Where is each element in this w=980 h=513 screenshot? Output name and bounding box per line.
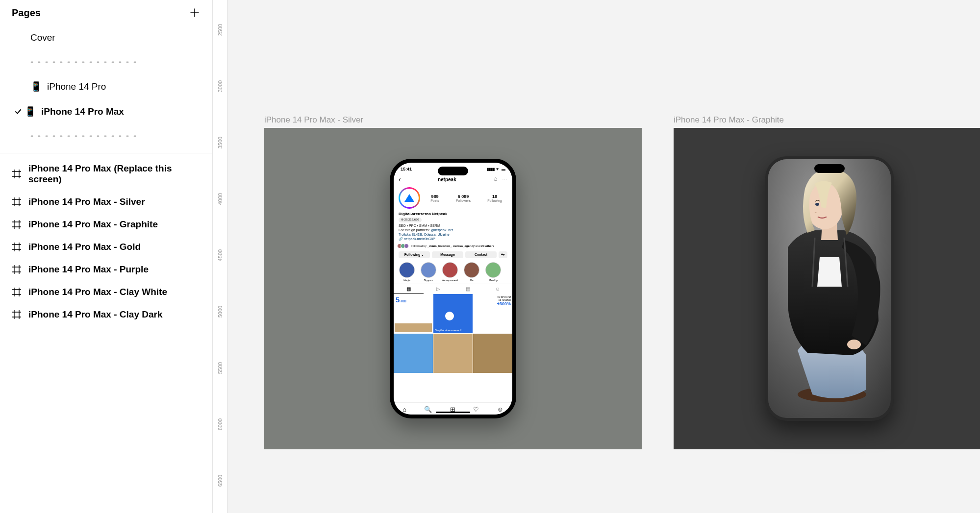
layer-item-silver[interactable]: iPhone 14 Pro Max - Silver bbox=[0, 191, 212, 213]
page-item-iphone14pro[interactable]: 📱 iPhone 14 Pro bbox=[0, 74, 212, 99]
bio-line1: SEO • PPC • SMM • SERM bbox=[399, 223, 507, 228]
bio-name: Digital-агентство Netpeak bbox=[399, 212, 507, 217]
layer-label: iPhone 14 Pro Max - Clay White bbox=[28, 287, 167, 297]
svg-point-3 bbox=[815, 203, 819, 206]
page-separator: - - - - - - - - - - - - - - - bbox=[0, 50, 212, 74]
canvas[interactable]: iPhone 14 Pro Max - Silver 15:41 ▮▮▮▮ ᯤ … bbox=[227, 0, 980, 513]
ig-profile-row: 989Posts 6 089Followers 18Following bbox=[394, 185, 512, 211]
dynamic-island-icon bbox=[438, 167, 468, 175]
logo-icon bbox=[404, 194, 414, 202]
following-button[interactable]: Following ⌄ bbox=[399, 251, 430, 258]
phone-mockup-silver: 15:41 ▮▮▮▮ ᯤ ▬ ‹ netpeak bbox=[390, 159, 516, 418]
bio-link[interactable]: 🔗 netpeak.me/c9bG8P bbox=[399, 237, 507, 241]
more-icon[interactable]: ⋯ bbox=[502, 176, 507, 183]
ruler-tick: 4500 bbox=[217, 248, 223, 263]
frame-body-silver[interactable]: 15:41 ▮▮▮▮ ᯤ ▬ ‹ netpeak bbox=[264, 128, 642, 449]
layer-label: iPhone 14 Pro Max - Gold bbox=[28, 242, 141, 252]
layer-item-clay-dark[interactable]: iPhone 14 Pro Max - Clay Dark bbox=[0, 303, 212, 326]
back-icon[interactable]: ‹ bbox=[399, 175, 401, 183]
home-indicator-icon bbox=[436, 412, 470, 413]
canvas-area[interactable]: 2500 3000 3500 4000 4500 5000 5500 6000 … bbox=[213, 0, 980, 513]
wifi-icon: ᯤ bbox=[496, 167, 500, 171]
bell-icon[interactable]: ♤ bbox=[493, 176, 498, 183]
frame-icon bbox=[12, 287, 22, 297]
layer-item-gold[interactable]: iPhone 14 Pro Max - Gold bbox=[0, 236, 212, 258]
add-page-button[interactable] bbox=[189, 7, 201, 19]
highlight-item[interactable]: MeetUp bbox=[484, 262, 503, 282]
phone-screen bbox=[768, 159, 891, 418]
nav-heart-icon[interactable]: ♡ bbox=[473, 406, 479, 413]
ruler-tick: 3500 bbox=[217, 135, 223, 150]
stat-posts[interactable]: 989Posts bbox=[430, 194, 439, 202]
layers-list: iPhone 14 Pro Max (Replace this screen) … bbox=[0, 153, 212, 330]
page-separator: - - - - - - - - - - - - - - - bbox=[0, 124, 212, 148]
page-item-iphone14promax[interactable]: 📱 iPhone 14 Pro Max bbox=[0, 99, 212, 124]
highlight-item[interactable]: Антикризовий bbox=[441, 262, 459, 282]
phone-icon: 📱 bbox=[25, 106, 36, 117]
highlight-item[interactable]: Медіа bbox=[398, 262, 416, 282]
highlight-item[interactable]: Подкаст bbox=[419, 262, 438, 282]
tab-reels[interactable]: ▷ bbox=[424, 284, 453, 294]
message-button[interactable]: Message bbox=[432, 251, 463, 258]
ruler-tick: 3000 bbox=[217, 79, 223, 94]
frame-body-graphite[interactable] bbox=[674, 128, 980, 449]
bio-line2: For foreign partners: @netpeak_net bbox=[399, 228, 507, 232]
highlight-item[interactable]: Ми bbox=[462, 262, 481, 282]
status-icons: ▮▮▮▮ ᯤ ▬ bbox=[487, 167, 505, 171]
nav-search-icon[interactable]: 🔍 bbox=[424, 406, 432, 413]
frame-label[interactable]: iPhone 14 Pro Max - Silver bbox=[264, 115, 642, 125]
ruler-tick: 4000 bbox=[217, 192, 223, 206]
vertical-ruler: 2500 3000 3500 4000 4500 5000 5500 6000 … bbox=[213, 0, 227, 513]
pages-list: Cover - - - - - - - - - - - - - - - 📱 iP… bbox=[0, 25, 212, 153]
frame-silver[interactable]: iPhone 14 Pro Max - Silver 15:41 ▮▮▮▮ ᯤ … bbox=[264, 115, 642, 449]
bio-line3: Troitska St.43B, Odessa, Ukraine bbox=[399, 232, 507, 237]
layer-item-clay-white[interactable]: iPhone 14 Pro Max - Clay White bbox=[0, 281, 212, 303]
tab-guide[interactable]: ▤ bbox=[453, 284, 483, 294]
svg-point-4 bbox=[847, 340, 861, 349]
page-item-cover[interactable]: Cover bbox=[0, 25, 212, 50]
frame-icon bbox=[12, 220, 22, 229]
post-cell[interactable]: Потрібні тільки вакансії bbox=[433, 294, 473, 333]
stat-followers[interactable]: 6 089Followers bbox=[456, 194, 471, 202]
bio-chip: ⊕ 28,212,650 bbox=[399, 218, 422, 222]
frame-icon bbox=[12, 265, 22, 274]
page-label: Cover bbox=[30, 32, 55, 43]
nav-profile-icon[interactable]: ☺ bbox=[497, 406, 503, 413]
frame-icon bbox=[12, 242, 22, 252]
layer-label: iPhone 14 Pro Max - Clay Dark bbox=[28, 309, 163, 320]
post-cell[interactable] bbox=[394, 334, 433, 373]
sidebar: Pages Cover - - - - - - - - - - - - - - … bbox=[0, 0, 213, 513]
frame-icon bbox=[12, 197, 22, 207]
ig-stats: 989Posts 6 089Followers 18Following bbox=[425, 194, 507, 202]
contact-button[interactable]: Contact bbox=[465, 251, 497, 258]
check-icon bbox=[12, 108, 25, 115]
signal-icon: ▮▮▮▮ bbox=[487, 167, 495, 171]
model-illustration bbox=[768, 159, 891, 418]
frame-icon bbox=[12, 169, 22, 179]
stat-following[interactable]: 18Following bbox=[487, 194, 502, 202]
post-cell[interactable]: 5НІШ bbox=[394, 294, 433, 333]
layer-item-graphite[interactable]: iPhone 14 Pro Max - Graphite bbox=[0, 213, 212, 236]
post-cell[interactable]: Як ЗРОСТИна Amazon+300% bbox=[473, 294, 512, 333]
frame-label[interactable]: iPhone 14 Pro Max - Graphite bbox=[674, 115, 980, 125]
frame-graphite[interactable]: iPhone 14 Pro Max - Graphite bbox=[674, 115, 980, 449]
layer-label: iPhone 14 Pro Max - Purple bbox=[28, 264, 149, 275]
dynamic-island-icon bbox=[814, 164, 845, 173]
layer-item-purple[interactable]: iPhone 14 Pro Max - Purple bbox=[0, 258, 212, 281]
ruler-tick: 6500 bbox=[217, 473, 223, 488]
followed-by[interactable]: Followed by _diana_kniazian_, radaso_age… bbox=[394, 243, 512, 249]
ig-avatar[interactable] bbox=[399, 187, 420, 209]
nav-home-icon[interactable]: ⌂ bbox=[402, 406, 406, 413]
ig-action-buttons: Following ⌄ Message Contact +▾ bbox=[394, 249, 512, 260]
ig-tabs: ▦ ▷ ▤ ☺ bbox=[394, 284, 512, 294]
layer-label: iPhone 14 Pro Max - Graphite bbox=[28, 219, 158, 230]
ig-post-grid: 5НІШ Потрібні тільки вакансії Як ЗРОСТИн… bbox=[394, 294, 512, 373]
layer-item-replace[interactable]: iPhone 14 Pro Max (Replace this screen) bbox=[0, 157, 212, 191]
post-cell[interactable] bbox=[473, 334, 512, 373]
ig-bio: Digital-агентство Netpeak ⊕ 28,212,650 S… bbox=[394, 211, 512, 243]
post-cell[interactable] bbox=[433, 334, 473, 373]
tab-grid[interactable]: ▦ bbox=[394, 284, 424, 294]
frame-icon bbox=[12, 310, 22, 319]
tab-tagged[interactable]: ☺ bbox=[483, 284, 513, 294]
add-suggest-button[interactable]: +▾ bbox=[499, 251, 507, 258]
